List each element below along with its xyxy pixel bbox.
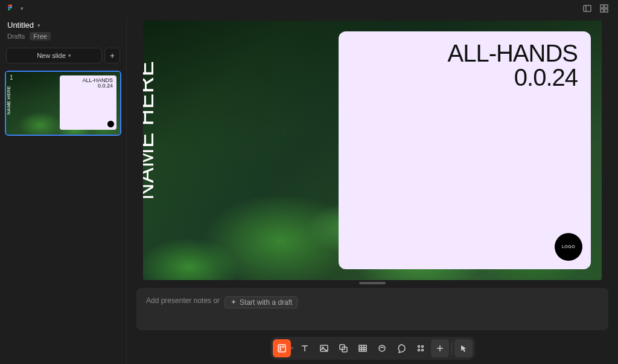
thumb-vtext-2: NAME HERE xyxy=(6,77,11,124)
template-tool-button[interactable] xyxy=(273,339,291,357)
chevron-down-icon: ▾ xyxy=(68,53,71,59)
svg-point-25 xyxy=(421,346,423,348)
grid-view-button[interactable] xyxy=(597,2,611,15)
svg-point-26 xyxy=(418,350,419,351)
slide-thumbnail[interactable]: 1 YOUR COMPANY NAME HERE ALL-HANDS 0.0.2… xyxy=(5,71,121,136)
svg-point-1 xyxy=(10,5,12,7)
svg-rect-7 xyxy=(600,5,604,8)
start-with-draft-button[interactable]: Start with a draft xyxy=(225,296,298,308)
new-slide-button[interactable]: New slide ▾ xyxy=(6,48,102,63)
panel-toggle-button[interactable] xyxy=(581,2,594,15)
panel-logo[interactable]: LOGO xyxy=(555,233,582,261)
slide-number: 1 xyxy=(10,74,13,81)
svg-point-27 xyxy=(421,350,423,351)
chevron-down-icon[interactable]: ▾ xyxy=(21,5,24,11)
notes-resize-handle[interactable] xyxy=(359,282,386,284)
thumb-logo-icon xyxy=(107,121,114,127)
svg-rect-10 xyxy=(605,9,608,12)
text-tool-button[interactable] xyxy=(296,339,314,357)
plan-badge[interactable]: Free xyxy=(30,32,51,40)
logo-text: LOGO xyxy=(562,244,575,249)
svg-rect-18 xyxy=(359,345,366,351)
svg-rect-11 xyxy=(278,345,285,352)
chevron-down-icon[interactable]: ▾ xyxy=(291,346,293,351)
slide-thumbnail-list: 1 YOUR COMPANY NAME HERE ALL-HANDS 0.0.2… xyxy=(0,68,126,138)
slide[interactable]: YOUR COMPANY NAME HERE ALL-HANDS 0.0.24 … xyxy=(143,21,602,280)
chevron-down-icon[interactable]: ▾ xyxy=(37,22,40,28)
image-tool-button[interactable] xyxy=(315,339,333,357)
svg-point-4 xyxy=(8,8,10,10)
slide-canvas[interactable]: YOUR COMPANY NAME HERE ALL-HANDS 0.0.24 … xyxy=(127,17,618,281)
thumb-title-2: 0.0.24 xyxy=(82,83,113,89)
slide-panel[interactable]: ALL-HANDS 0.0.24 LOGO xyxy=(339,31,591,269)
svg-point-23 xyxy=(379,345,385,351)
notes-placeholder: Add presenter notes or xyxy=(146,296,220,305)
cursor-tool-button[interactable] xyxy=(454,339,473,357)
figma-logo-icon[interactable] xyxy=(7,4,16,13)
new-slide-label: New slide xyxy=(37,52,66,59)
document-location[interactable]: Drafts xyxy=(7,33,25,40)
vtext-line2: NAME HERE xyxy=(143,22,158,239)
svg-rect-12 xyxy=(279,346,281,351)
bottom-toolbar: ▾ xyxy=(127,335,618,364)
toolbar-divider xyxy=(451,342,452,355)
svg-point-3 xyxy=(10,7,12,8)
svg-point-2 xyxy=(8,7,10,8)
sidebar: Untitled ▾ Drafts Free New slide ▾ + 1 Y… xyxy=(0,17,127,364)
comment-tool-button[interactable] xyxy=(392,339,410,357)
components-tool-button[interactable] xyxy=(412,339,430,357)
svg-rect-5 xyxy=(584,5,591,11)
add-slide-button[interactable]: + xyxy=(104,48,120,63)
add-tool-button[interactable] xyxy=(431,339,449,357)
panel-title[interactable]: ALL-HANDS 0.0.24 xyxy=(447,41,578,89)
table-tool-button[interactable] xyxy=(354,339,372,357)
sidebar-header: Untitled ▾ Drafts Free xyxy=(0,17,126,43)
top-bar: ▾ xyxy=(0,0,618,17)
shape-tool-button[interactable] xyxy=(334,339,352,357)
stamp-tool-button[interactable] xyxy=(373,339,391,357)
draft-button-label: Start with a draft xyxy=(240,298,292,307)
canvas-area: YOUR COMPANY NAME HERE ALL-HANDS 0.0.24 … xyxy=(127,17,618,364)
slide-vertical-text[interactable]: YOUR COMPANY NAME HERE xyxy=(143,22,158,239)
panel-title-line2: 0.0.24 xyxy=(447,65,578,89)
svg-rect-9 xyxy=(600,9,604,12)
svg-rect-8 xyxy=(605,5,608,8)
panel-title-line1: ALL-HANDS xyxy=(447,41,578,65)
sparkle-icon xyxy=(230,299,237,306)
svg-point-0 xyxy=(8,5,10,7)
svg-point-24 xyxy=(418,346,419,348)
presenter-notes[interactable]: Add presenter notes or Start with a draf… xyxy=(136,288,608,330)
document-title[interactable]: Untitled xyxy=(7,21,34,30)
svg-rect-13 xyxy=(282,346,284,348)
main-area: Untitled ▾ Drafts Free New slide ▾ + 1 Y… xyxy=(0,17,618,364)
